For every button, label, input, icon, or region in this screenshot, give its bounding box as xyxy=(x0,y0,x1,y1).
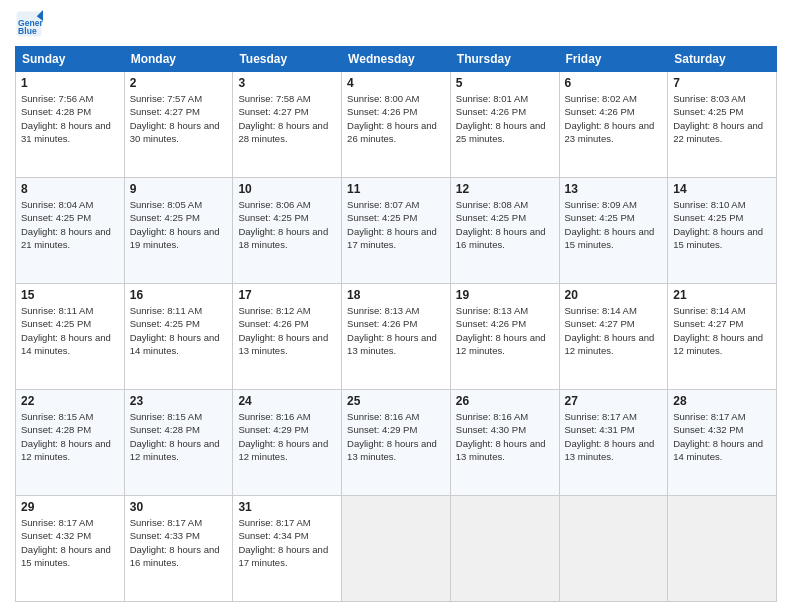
calendar-day-cell: 22 Sunrise: 8:15 AM Sunset: 4:28 PM Dayl… xyxy=(16,390,125,496)
calendar-day-cell: 29 Sunrise: 8:17 AM Sunset: 4:32 PM Dayl… xyxy=(16,496,125,602)
calendar-day-cell: 18 Sunrise: 8:13 AM Sunset: 4:26 PM Dayl… xyxy=(342,284,451,390)
calendar-day-cell: 3 Sunrise: 7:58 AM Sunset: 4:27 PM Dayli… xyxy=(233,72,342,178)
col-thursday: Thursday xyxy=(450,47,559,72)
header: General Blue xyxy=(15,10,777,38)
day-info: Sunrise: 8:01 AM Sunset: 4:26 PM Dayligh… xyxy=(456,92,554,145)
day-info: Sunrise: 8:17 AM Sunset: 4:34 PM Dayligh… xyxy=(238,516,336,569)
day-info: Sunrise: 8:15 AM Sunset: 4:28 PM Dayligh… xyxy=(130,410,228,463)
day-number: 8 xyxy=(21,182,119,196)
day-number: 30 xyxy=(130,500,228,514)
day-info: Sunrise: 8:04 AM Sunset: 4:25 PM Dayligh… xyxy=(21,198,119,251)
day-number: 25 xyxy=(347,394,445,408)
calendar: Sunday Monday Tuesday Wednesday Thursday… xyxy=(15,46,777,602)
day-info: Sunrise: 8:11 AM Sunset: 4:25 PM Dayligh… xyxy=(21,304,119,357)
calendar-day-cell: 4 Sunrise: 8:00 AM Sunset: 4:26 PM Dayli… xyxy=(342,72,451,178)
calendar-day-cell: 14 Sunrise: 8:10 AM Sunset: 4:25 PM Dayl… xyxy=(668,178,777,284)
day-number: 3 xyxy=(238,76,336,90)
calendar-day-cell xyxy=(559,496,668,602)
day-number: 12 xyxy=(456,182,554,196)
day-number: 26 xyxy=(456,394,554,408)
calendar-week-row: 15 Sunrise: 8:11 AM Sunset: 4:25 PM Dayl… xyxy=(16,284,777,390)
calendar-day-cell: 5 Sunrise: 8:01 AM Sunset: 4:26 PM Dayli… xyxy=(450,72,559,178)
calendar-day-cell xyxy=(342,496,451,602)
page: General Blue Sunday Monday Tuesday Wedne… xyxy=(0,0,792,612)
day-info: Sunrise: 8:09 AM Sunset: 4:25 PM Dayligh… xyxy=(565,198,663,251)
calendar-day-cell: 15 Sunrise: 8:11 AM Sunset: 4:25 PM Dayl… xyxy=(16,284,125,390)
day-info: Sunrise: 8:14 AM Sunset: 4:27 PM Dayligh… xyxy=(673,304,771,357)
calendar-header-row: Sunday Monday Tuesday Wednesday Thursday… xyxy=(16,47,777,72)
day-number: 6 xyxy=(565,76,663,90)
day-info: Sunrise: 7:57 AM Sunset: 4:27 PM Dayligh… xyxy=(130,92,228,145)
calendar-day-cell: 7 Sunrise: 8:03 AM Sunset: 4:25 PM Dayli… xyxy=(668,72,777,178)
calendar-day-cell: 31 Sunrise: 8:17 AM Sunset: 4:34 PM Dayl… xyxy=(233,496,342,602)
calendar-day-cell: 10 Sunrise: 8:06 AM Sunset: 4:25 PM Dayl… xyxy=(233,178,342,284)
day-info: Sunrise: 8:00 AM Sunset: 4:26 PM Dayligh… xyxy=(347,92,445,145)
calendar-week-row: 29 Sunrise: 8:17 AM Sunset: 4:32 PM Dayl… xyxy=(16,496,777,602)
calendar-day-cell: 27 Sunrise: 8:17 AM Sunset: 4:31 PM Dayl… xyxy=(559,390,668,496)
calendar-day-cell xyxy=(668,496,777,602)
calendar-day-cell: 20 Sunrise: 8:14 AM Sunset: 4:27 PM Dayl… xyxy=(559,284,668,390)
day-info: Sunrise: 8:16 AM Sunset: 4:29 PM Dayligh… xyxy=(238,410,336,463)
day-info: Sunrise: 8:16 AM Sunset: 4:30 PM Dayligh… xyxy=(456,410,554,463)
col-sunday: Sunday xyxy=(16,47,125,72)
day-info: Sunrise: 8:14 AM Sunset: 4:27 PM Dayligh… xyxy=(565,304,663,357)
day-info: Sunrise: 8:17 AM Sunset: 4:32 PM Dayligh… xyxy=(21,516,119,569)
col-tuesday: Tuesday xyxy=(233,47,342,72)
day-info: Sunrise: 8:03 AM Sunset: 4:25 PM Dayligh… xyxy=(673,92,771,145)
calendar-day-cell: 25 Sunrise: 8:16 AM Sunset: 4:29 PM Dayl… xyxy=(342,390,451,496)
calendar-day-cell: 19 Sunrise: 8:13 AM Sunset: 4:26 PM Dayl… xyxy=(450,284,559,390)
day-info: Sunrise: 8:13 AM Sunset: 4:26 PM Dayligh… xyxy=(347,304,445,357)
day-number: 7 xyxy=(673,76,771,90)
logo: General Blue xyxy=(15,10,47,38)
day-number: 5 xyxy=(456,76,554,90)
calendar-day-cell: 9 Sunrise: 8:05 AM Sunset: 4:25 PM Dayli… xyxy=(124,178,233,284)
calendar-week-row: 8 Sunrise: 8:04 AM Sunset: 4:25 PM Dayli… xyxy=(16,178,777,284)
calendar-week-row: 1 Sunrise: 7:56 AM Sunset: 4:28 PM Dayli… xyxy=(16,72,777,178)
day-number: 24 xyxy=(238,394,336,408)
day-number: 14 xyxy=(673,182,771,196)
day-number: 2 xyxy=(130,76,228,90)
calendar-day-cell: 1 Sunrise: 7:56 AM Sunset: 4:28 PM Dayli… xyxy=(16,72,125,178)
col-wednesday: Wednesday xyxy=(342,47,451,72)
day-number: 20 xyxy=(565,288,663,302)
day-info: Sunrise: 8:08 AM Sunset: 4:25 PM Dayligh… xyxy=(456,198,554,251)
day-number: 11 xyxy=(347,182,445,196)
day-info: Sunrise: 8:16 AM Sunset: 4:29 PM Dayligh… xyxy=(347,410,445,463)
day-info: Sunrise: 8:13 AM Sunset: 4:26 PM Dayligh… xyxy=(456,304,554,357)
calendar-day-cell: 30 Sunrise: 8:17 AM Sunset: 4:33 PM Dayl… xyxy=(124,496,233,602)
calendar-day-cell: 8 Sunrise: 8:04 AM Sunset: 4:25 PM Dayli… xyxy=(16,178,125,284)
day-info: Sunrise: 8:15 AM Sunset: 4:28 PM Dayligh… xyxy=(21,410,119,463)
col-friday: Friday xyxy=(559,47,668,72)
calendar-day-cell: 16 Sunrise: 8:11 AM Sunset: 4:25 PM Dayl… xyxy=(124,284,233,390)
calendar-day-cell: 13 Sunrise: 8:09 AM Sunset: 4:25 PM Dayl… xyxy=(559,178,668,284)
day-info: Sunrise: 8:10 AM Sunset: 4:25 PM Dayligh… xyxy=(673,198,771,251)
day-number: 1 xyxy=(21,76,119,90)
day-number: 19 xyxy=(456,288,554,302)
day-info: Sunrise: 8:06 AM Sunset: 4:25 PM Dayligh… xyxy=(238,198,336,251)
day-number: 28 xyxy=(673,394,771,408)
day-info: Sunrise: 8:02 AM Sunset: 4:26 PM Dayligh… xyxy=(565,92,663,145)
day-number: 15 xyxy=(21,288,119,302)
day-number: 10 xyxy=(238,182,336,196)
calendar-day-cell: 21 Sunrise: 8:14 AM Sunset: 4:27 PM Dayl… xyxy=(668,284,777,390)
calendar-day-cell: 11 Sunrise: 8:07 AM Sunset: 4:25 PM Dayl… xyxy=(342,178,451,284)
day-number: 22 xyxy=(21,394,119,408)
day-number: 29 xyxy=(21,500,119,514)
col-monday: Monday xyxy=(124,47,233,72)
day-number: 18 xyxy=(347,288,445,302)
calendar-day-cell: 23 Sunrise: 8:15 AM Sunset: 4:28 PM Dayl… xyxy=(124,390,233,496)
day-info: Sunrise: 8:17 AM Sunset: 4:31 PM Dayligh… xyxy=(565,410,663,463)
calendar-day-cell: 6 Sunrise: 8:02 AM Sunset: 4:26 PM Dayli… xyxy=(559,72,668,178)
col-saturday: Saturday xyxy=(668,47,777,72)
day-number: 17 xyxy=(238,288,336,302)
calendar-day-cell: 17 Sunrise: 8:12 AM Sunset: 4:26 PM Dayl… xyxy=(233,284,342,390)
day-info: Sunrise: 7:56 AM Sunset: 4:28 PM Dayligh… xyxy=(21,92,119,145)
day-number: 4 xyxy=(347,76,445,90)
day-info: Sunrise: 8:17 AM Sunset: 4:32 PM Dayligh… xyxy=(673,410,771,463)
svg-text:Blue: Blue xyxy=(18,26,37,36)
day-info: Sunrise: 8:17 AM Sunset: 4:33 PM Dayligh… xyxy=(130,516,228,569)
day-number: 13 xyxy=(565,182,663,196)
day-info: Sunrise: 7:58 AM Sunset: 4:27 PM Dayligh… xyxy=(238,92,336,145)
day-number: 16 xyxy=(130,288,228,302)
day-number: 23 xyxy=(130,394,228,408)
